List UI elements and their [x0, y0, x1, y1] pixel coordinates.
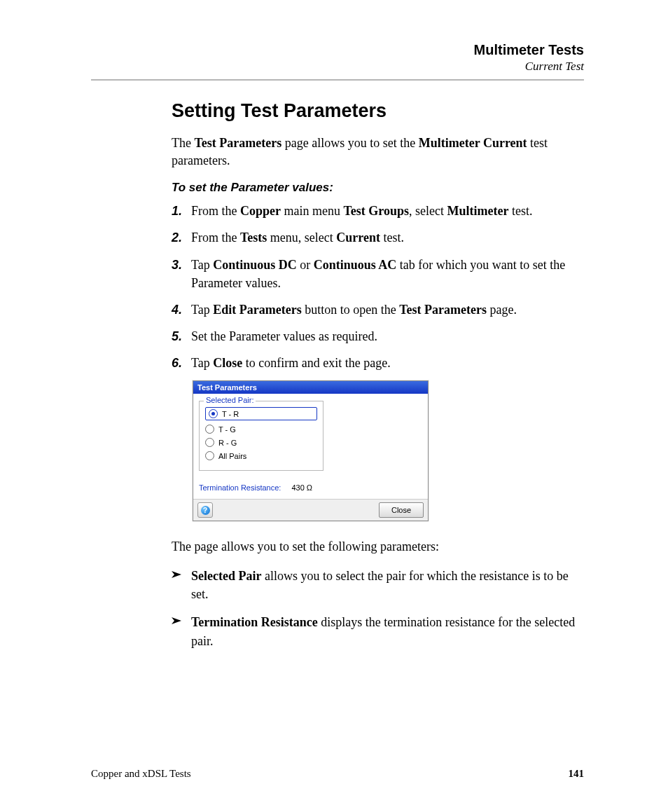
list-item: Termination Resistance displays the term… — [172, 613, 584, 649]
text-bold: Copper — [240, 204, 281, 218]
text-bold: Test Groups — [343, 204, 409, 218]
text: menu, select — [267, 230, 336, 245]
close-button[interactable]: Close — [379, 502, 424, 518]
page-number: 141 — [569, 768, 585, 780]
text: to confirm and exit the page. — [242, 356, 390, 370]
text: or — [297, 258, 314, 272]
text: page. — [487, 303, 517, 317]
test-parameters-dialog: Test Parameters Selected Pair: T - R T -… — [193, 380, 429, 521]
text-bold: Edit Parameters — [213, 303, 301, 317]
text: From the — [191, 230, 240, 245]
step-number: 6. — [172, 354, 191, 372]
header-rule — [91, 79, 584, 81]
selected-pair-fieldset: Selected Pair: T - R T - G R - G — [199, 401, 323, 471]
arrow-icon — [172, 613, 191, 649]
radio-label: T - G — [218, 425, 236, 434]
dialog-body: Selected Pair: T - R T - G R - G — [193, 394, 428, 499]
page-footer: Copper and xDSL Tests 141 — [91, 768, 584, 780]
bullet-text: Termination Resistance displays the term… — [191, 613, 584, 649]
text: The — [172, 136, 194, 150]
text: Tap — [191, 303, 213, 317]
radio-label: T - R — [222, 410, 239, 418]
text-bold: Selected Pair — [191, 569, 261, 583]
step-text: Tap Close to confirm and exit the page. — [191, 354, 584, 372]
dialog-footer: ? Close — [193, 499, 428, 521]
text: test. — [380, 230, 404, 245]
bullet-text: Selected Pair allows you to select the p… — [191, 567, 584, 603]
bullet-list: Selected Pair allows you to select the p… — [172, 567, 584, 649]
section-title: Setting Test Parameters — [172, 100, 584, 122]
help-button[interactable]: ? — [197, 502, 213, 518]
text: , select — [409, 204, 447, 218]
steps-list: 1. From the Copper main menu Test Groups… — [172, 202, 584, 372]
text: button to open the — [302, 303, 399, 317]
content-area: Setting Test Parameters The Test Paramet… — [172, 100, 584, 650]
list-item: 6. Tap Close to confirm and exit the pag… — [172, 354, 584, 372]
text-bold: Multimeter Current — [419, 136, 527, 150]
radio-icon — [205, 451, 214, 460]
radio-label: R - G — [218, 439, 237, 447]
fieldset-legend: Selected Pair: — [204, 396, 256, 404]
step-text: From the Copper main menu Test Groups, s… — [191, 202, 584, 220]
term-label: Termination Resistance: — [199, 483, 281, 492]
text-bold: Test Parameters — [194, 136, 281, 150]
text-bold: Continuous AC — [314, 258, 397, 272]
termination-resistance-row: Termination Resistance: 430 Ω — [199, 483, 422, 492]
arrow-icon — [172, 567, 191, 603]
radio-label: All Pairs — [218, 452, 246, 460]
text-bold: Test Parameters — [399, 303, 487, 317]
step-text: From the Tests menu, select Current test… — [191, 228, 584, 247]
step-number: 1. — [172, 202, 191, 220]
dialog-title: Test Parameters — [193, 381, 428, 394]
step-number: 3. — [172, 256, 191, 292]
text: main menu — [281, 204, 343, 218]
list-item: 1. From the Copper main menu Test Groups… — [172, 202, 584, 220]
text: test. — [508, 204, 532, 218]
radio-option-tg[interactable]: T - G — [205, 425, 317, 434]
text: Tap — [191, 258, 213, 272]
after-dialog-paragraph: The page allows you to set the following… — [172, 538, 584, 556]
footer-left: Copper and xDSL Tests — [91, 768, 191, 780]
list-item: Selected Pair allows you to select the p… — [172, 567, 584, 603]
intro-paragraph: The Test Parameters page allows you to s… — [172, 135, 584, 170]
text: page allows you to set the — [281, 136, 418, 150]
radio-icon — [205, 425, 214, 434]
text-bold: Current — [336, 230, 380, 245]
text-bold: Continuous DC — [213, 258, 297, 272]
steps-heading: To set the Parameter values: — [172, 181, 584, 195]
list-item: 4. Tap Edit Parameters button to open th… — [172, 301, 584, 319]
step-text: Tap Continuous DC or Continuous AC tab f… — [191, 256, 584, 292]
text: Tap — [191, 356, 213, 370]
page-header: Multimeter Tests Current Test — [91, 42, 584, 74]
term-value: 430 Ω — [291, 483, 312, 492]
text-bold: Close — [213, 356, 242, 370]
radio-option-rg[interactable]: R - G — [205, 438, 317, 447]
radio-icon — [209, 409, 218, 418]
radio-option-tr[interactable]: T - R — [205, 407, 317, 420]
text-bold: Termination Resistance — [191, 615, 318, 629]
close-button-label: Close — [391, 506, 411, 514]
help-icon: ? — [201, 506, 210, 515]
step-number: 5. — [172, 327, 191, 345]
text: From the — [191, 204, 240, 218]
step-number: 2. — [172, 228, 191, 247]
list-item: 3. Tap Continuous DC or Continuous AC ta… — [172, 256, 584, 292]
radio-icon — [205, 438, 214, 447]
step-text: Tap Edit Parameters button to open the T… — [191, 301, 584, 319]
list-item: 2. From the Tests menu, select Current t… — [172, 228, 584, 247]
text-bold: Multimeter — [447, 204, 509, 218]
text-bold: Tests — [240, 230, 267, 245]
step-number: 4. — [172, 301, 191, 319]
header-title: Multimeter Tests — [91, 42, 584, 58]
step-text: Set the Parameter values as required. — [191, 327, 584, 345]
radio-option-allpairs[interactable]: All Pairs — [205, 451, 317, 460]
header-subtitle: Current Test — [91, 60, 584, 74]
document-page: Multimeter Tests Current Test Setting Te… — [0, 0, 668, 812]
list-item: 5. Set the Parameter values as required. — [172, 327, 584, 345]
